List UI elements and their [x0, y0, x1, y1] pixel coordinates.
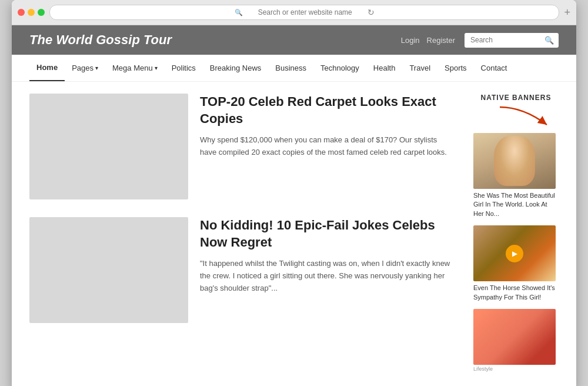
sidebar-caption-2: Even The Horse Showed It's Sympathy For … [473, 284, 559, 302]
nav-item-technology[interactable]: Technology [313, 55, 366, 81]
sidebar-caption-1: She Was The Most Beautiful Girl In The W… [473, 191, 559, 218]
refresh-icon[interactable]: ↻ [368, 8, 375, 17]
nav-item-breaking-news[interactable]: Breaking News [203, 55, 268, 81]
article-excerpt-2: "It happened whilst the Twilight casting… [200, 258, 456, 294]
nav-item-mega-menu[interactable]: Mega Menu ▾ [105, 55, 165, 81]
sidebar-card-2[interactable]: ▶ Even The Horse Showed It's Sympathy Fo… [473, 225, 559, 302]
nav-item-contact[interactable]: Contact [474, 55, 514, 81]
article-item: TOP-20 Celeb Red Carpet Looks Exact Copi… [29, 94, 456, 199]
article-item: No Kidding! 10 Epic-Fail Jokes Celebs No… [29, 217, 456, 323]
native-banners-label: NATIVE BANNERS [473, 94, 559, 102]
sidebar-image-3 [473, 309, 556, 365]
chevron-down-icon: ▾ [95, 65, 98, 71]
lifestyle-label: Lifestyle [473, 366, 559, 372]
address-input[interactable] [246, 8, 364, 16]
header-auth: Login Register [401, 36, 455, 45]
address-bar[interactable]: 🔍 ↻ [49, 5, 559, 20]
sidebar-image-2: ▶ [473, 225, 556, 281]
search-submit-icon[interactable]: 🔍 [544, 36, 554, 45]
search-icon: 🔍 [235, 9, 243, 16]
browser-window: 🔍 ↻ + The World Gossip Tour Login Regist… [12, 0, 576, 386]
article-title-2[interactable]: No Kidding! 10 Epic-Fail Jokes Celebs No… [200, 217, 456, 251]
nav-item-business[interactable]: Business [268, 55, 313, 81]
login-link[interactable]: Login [401, 36, 420, 45]
traffic-lights [18, 9, 45, 16]
sidebar-image-1 [473, 133, 556, 189]
article-text-1: TOP-20 Celeb Red Carpet Looks Exact Copi… [200, 94, 456, 199]
sidebar-card-3[interactable]: Lifestyle [473, 309, 559, 372]
browser-chrome: 🔍 ↻ + [12, 0, 576, 25]
site-title: The World Gossip Tour [29, 32, 172, 48]
article-thumbnail-1 [29, 94, 188, 199]
site-header: The World Gossip Tour Login Register 🔍 [12, 25, 576, 55]
search-input[interactable] [470, 36, 541, 44]
arrow-annotation [488, 104, 559, 131]
nav-item-pages[interactable]: Pages ▾ [65, 55, 105, 81]
close-button[interactable] [18, 9, 25, 16]
article-excerpt-1: Why spend $120,000 when you can make a d… [200, 134, 456, 159]
minimize-button[interactable] [28, 9, 35, 16]
sidebar-card-1[interactable]: She Was The Most Beautiful Girl In The W… [473, 133, 559, 218]
maximize-button[interactable] [38, 9, 45, 16]
search-box[interactable]: 🔍 [465, 33, 559, 48]
nav-item-health[interactable]: Health [366, 55, 403, 81]
chevron-down-icon: ▾ [155, 65, 158, 71]
article-thumbnail-2 [29, 217, 188, 323]
header-right: Login Register 🔍 [401, 33, 559, 48]
site-nav: Home Pages ▾ Mega Menu ▾ Politics Breaki… [12, 55, 576, 82]
new-tab-button[interactable]: + [564, 6, 570, 19]
article-title-1[interactable]: TOP-20 Celeb Red Carpet Looks Exact Copi… [200, 94, 456, 127]
nav-item-sports[interactable]: Sports [437, 55, 474, 81]
register-link[interactable]: Register [427, 36, 455, 45]
nav-item-politics[interactable]: Politics [165, 55, 203, 81]
articles-column: TOP-20 Celeb Red Carpet Looks Exact Copi… [29, 94, 456, 379]
main-content: TOP-20 Celeb Red Carpet Looks Exact Copi… [12, 82, 576, 386]
sidebar: NATIVE BANNERS [473, 94, 559, 379]
article-text-2: No Kidding! 10 Epic-Fail Jokes Celebs No… [200, 217, 456, 323]
nav-item-home[interactable]: Home [29, 55, 65, 81]
play-icon[interactable]: ▶ [506, 245, 523, 262]
nav-item-travel[interactable]: Travel [402, 55, 437, 81]
